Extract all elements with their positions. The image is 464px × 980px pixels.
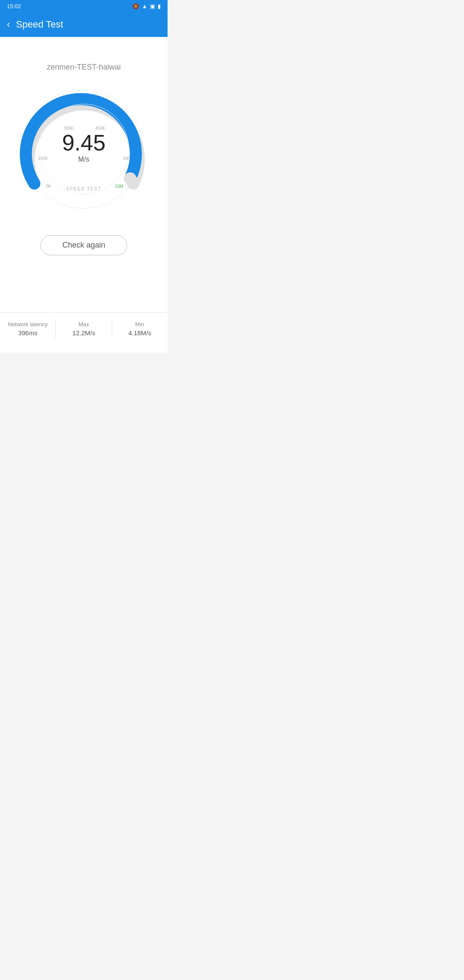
speed-display: 9.45 M/s [62, 132, 105, 163]
svg-text:0K: 0K [46, 184, 52, 189]
battery-icon: ▮ [158, 3, 161, 9]
max-label: Max [59, 321, 108, 328]
main-content: zenmen-TEST-haiwai [0, 37, 168, 312]
back-button[interactable]: ‹ [7, 20, 10, 29]
latency-label: Network latency [3, 321, 52, 328]
wifi-icon: ▲ [142, 3, 147, 9]
speed-number: 9.45 [62, 132, 105, 154]
svg-text:150K: 150K [38, 156, 48, 161]
svg-text:1M: 1M [123, 156, 129, 161]
network-name: zenmen-TEST-haiwai [47, 63, 121, 72]
status-icons: 🔕 ▲ ▣ ▮ [132, 3, 161, 9]
speed-gauge: 0K 150K 300K 450K 1M 10M 9.45 M/s SPEED … [19, 85, 148, 214]
check-again-button[interactable]: Check again [40, 235, 127, 255]
screen-icon: ▣ [150, 3, 155, 9]
latency-value: 396ms [3, 329, 52, 337]
min-value: 4.18M/s [116, 329, 164, 337]
svg-text:10M: 10M [115, 184, 123, 189]
latency-stat: Network latency 396ms [0, 319, 56, 338]
page-wrapper: 15:02 🔕 ▲ ▣ ▮ ‹ Speed Test zenmen-TEST-h… [0, 0, 168, 352]
header: ‹ Speed Test [0, 12, 168, 37]
min-stat: Min 4.18M/s [112, 319, 168, 338]
speed-unit: M/s [62, 156, 105, 163]
mute-icon: 🔕 [132, 3, 139, 9]
page-title: Speed Test [16, 19, 63, 30]
bottom-stats: Network latency 396ms Max 12.2M/s Min 4.… [0, 312, 168, 343]
max-stat: Max 12.2M/s [56, 319, 112, 338]
status-time: 15:02 [7, 3, 21, 9]
speed-test-label: SPEED TEST [66, 187, 101, 191]
min-label: Min [116, 321, 164, 328]
max-value: 12.2M/s [59, 329, 108, 337]
status-bar: 15:02 🔕 ▲ ▣ ▮ [0, 0, 168, 12]
